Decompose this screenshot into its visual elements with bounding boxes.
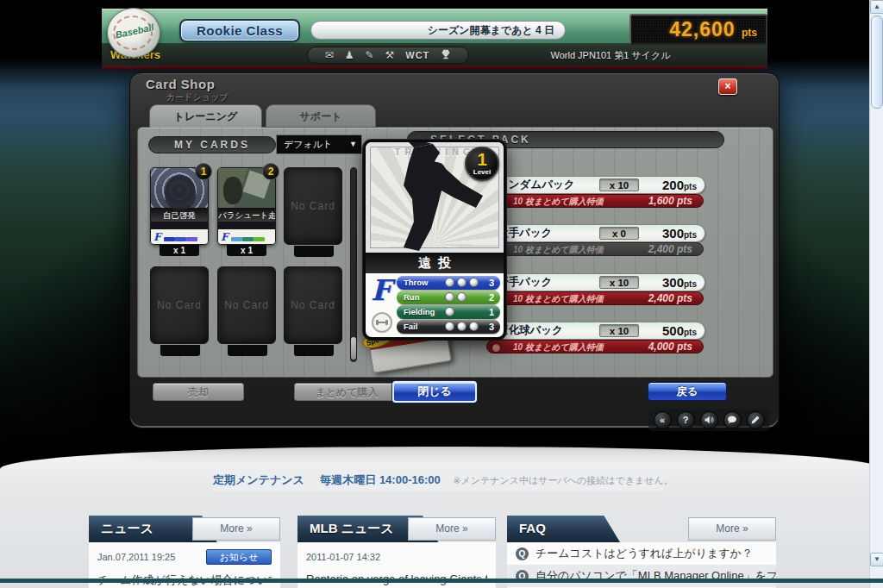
stat-label: Fielding bbox=[404, 305, 435, 319]
card-count bbox=[160, 345, 200, 356]
stat-balls bbox=[445, 307, 454, 316]
stat-balls bbox=[445, 322, 479, 331]
pack-row-random[interactable]: ランダムパック x 10 200pts bbox=[485, 176, 705, 194]
trophy-icon[interactable] bbox=[441, 49, 451, 61]
stat-segments bbox=[164, 229, 197, 245]
scrollbar-thumb[interactable] bbox=[871, 16, 883, 109]
bulk-label: 10 枚まとめて購入特価 bbox=[513, 341, 604, 353]
pack-row-pitcher[interactable]: 投手パック x 0 300pts bbox=[485, 224, 705, 242]
cards-scrollbar[interactable] bbox=[350, 167, 357, 362]
cards-scrollbar-thumb[interactable] bbox=[351, 337, 356, 360]
screen: Baseball Rookie Class シーズン開幕まであと 4 日 42,… bbox=[0, 0, 883, 588]
pen-icon[interactable] bbox=[747, 411, 765, 429]
level-caption: Level bbox=[467, 169, 498, 176]
card-count: x 1 bbox=[227, 245, 266, 256]
popup-card-art: TRAINING 1 Level bbox=[366, 142, 504, 253]
pack-price: 500pts bbox=[662, 322, 697, 341]
bulk-offer-breaking-ball[interactable]: 10 枚まとめて購入特価 4,000 pts bbox=[486, 340, 704, 353]
season-countdown: シーズン開幕まであと 4 日 bbox=[310, 21, 566, 40]
auction-icon[interactable]: ⚒ bbox=[385, 50, 395, 60]
no-card-label: No Card bbox=[291, 200, 335, 212]
card-stat-strip: F bbox=[218, 229, 275, 244]
points-value: 42,600 bbox=[669, 18, 735, 41]
stat-value: 1 bbox=[489, 305, 494, 319]
maintenance-notice: 定期メンテナンス 毎週木曜日 14:00-16:00 ※メンテナンス中はサーバへ… bbox=[213, 468, 663, 491]
faq-more-button[interactable]: More » bbox=[688, 517, 776, 541]
position-letter: F bbox=[221, 231, 229, 243]
bulk-offer-random[interactable]: 10 枚まとめて購入特価 1,600 pts bbox=[486, 194, 704, 208]
wct-icon[interactable]: WCT bbox=[405, 50, 429, 60]
help-icon[interactable]: ? bbox=[677, 411, 695, 429]
faq-column: FAQ More » Q チームコストはどうすれば上がりますか？ Q 自分のパソ… bbox=[507, 516, 776, 588]
bulk-offer-fielder[interactable]: 10 枚まとめて購入特価 2,400 pts bbox=[486, 291, 704, 305]
tab-training[interactable]: トレーニング bbox=[149, 104, 262, 128]
points-display: 42,600 pts bbox=[629, 14, 767, 45]
stat-value: 3 bbox=[489, 320, 494, 334]
faq-item[interactable]: Q チームコストはどうすれば上がりますか？ bbox=[507, 542, 776, 565]
team-logo: Baseball bbox=[107, 8, 160, 58]
pack-name: ランダムパック bbox=[498, 177, 575, 193]
empty-card-slot: No Card bbox=[284, 266, 342, 344]
owned-card-jikokeihatsu[interactable]: 自己啓発 F 1 x 1 bbox=[150, 167, 209, 245]
portal-page: 定期メンテナンス 毎週木曜日 14:00-16:00 ※メンテナンス中はサーバへ… bbox=[0, 447, 883, 588]
stat-value: 2 bbox=[489, 291, 494, 304]
back-button[interactable]: 戻る bbox=[648, 382, 727, 401]
pack-row-breaking-ball[interactable]: 変化球パック x 10 500pts bbox=[485, 322, 705, 340]
tab-support[interactable]: サポート bbox=[266, 104, 376, 128]
browser-scrollbar[interactable]: ▲ ▼ bbox=[869, 0, 883, 588]
bulk-price: 1,600 pts bbox=[648, 195, 692, 208]
maintenance-note: ※メンテナンス中はサーバへの接続はできません。 bbox=[453, 475, 673, 485]
deck-filter-dropdown[interactable]: デフォルト ▼ bbox=[276, 134, 362, 154]
price-unit: pts bbox=[684, 328, 697, 337]
pack-row-fielder[interactable]: 野手パック x 10 300pts bbox=[485, 273, 705, 291]
price-unit: pts bbox=[684, 182, 697, 191]
chat-icon[interactable] bbox=[723, 411, 742, 429]
sound-icon[interactable] bbox=[700, 411, 718, 429]
news-header: ニュース More » bbox=[89, 516, 280, 542]
stat-row-fielding: Fielding 1 bbox=[397, 305, 500, 319]
stat-label: Fail bbox=[404, 320, 417, 334]
points-unit: pts bbox=[742, 27, 757, 39]
pack-price: 300pts bbox=[662, 274, 697, 293]
empty-card-slot: No Card bbox=[284, 167, 342, 245]
position-letter: F bbox=[371, 273, 391, 307]
empty-card-slot: No Card bbox=[217, 266, 276, 344]
owned-card-parachute[interactable]: パラシュート走 F 2 x 1 bbox=[217, 167, 276, 245]
no-card-label: No Card bbox=[157, 299, 202, 311]
stat-balls bbox=[445, 278, 479, 287]
scroll-up-icon[interactable]: ▲ bbox=[870, 0, 883, 14]
bulk-price: 2,400 pts bbox=[648, 243, 692, 256]
price-number: 300 bbox=[662, 275, 684, 290]
close-icon[interactable]: × bbox=[718, 78, 737, 95]
bulk-label: 10 枚まとめて購入特価 bbox=[513, 243, 604, 256]
mlb-news-header: MLB ニュース More » bbox=[297, 516, 496, 542]
level-badge: 1 bbox=[195, 163, 212, 180]
page-bottom-divider bbox=[0, 579, 883, 583]
card-count bbox=[294, 246, 334, 257]
scroll-down-icon[interactable]: ▼ bbox=[870, 553, 883, 566]
bulk-price: 2,400 pts bbox=[648, 292, 692, 305]
close-button[interactable]: 閉じる bbox=[392, 381, 477, 403]
bulk-buy-button: まとめて購入 bbox=[294, 383, 399, 401]
mail-icon[interactable]: ✉ bbox=[325, 50, 334, 60]
bulk-label: 10 枚まとめて購入特価 bbox=[513, 195, 604, 208]
friends-icon[interactable]: ♟ bbox=[345, 50, 354, 60]
collapse-icon[interactable]: « bbox=[654, 411, 672, 429]
mlb-news-title: MLB ニュース bbox=[310, 521, 394, 537]
top-bar: Baseball Rookie Class シーズン開幕まであと 4 日 42,… bbox=[102, 9, 767, 45]
edit-icon[interactable]: ✎ bbox=[365, 50, 373, 60]
faq-text: チームコストはどうすれば上がりますか？ bbox=[535, 546, 753, 561]
mlb-news-more-button[interactable]: More » bbox=[408, 517, 496, 541]
news-more-button[interactable]: More » bbox=[192, 517, 280, 541]
dialog-subtitle: カードショップ bbox=[166, 91, 228, 103]
question-icon: Q bbox=[516, 547, 529, 560]
popup-card-name: 遠投 bbox=[366, 253, 504, 273]
deck-filter-value: デフォルト bbox=[284, 139, 332, 149]
position-letter: F bbox=[153, 231, 161, 243]
faq-item[interactable]: Q 自分のパソコンで「MLB Manager Online」をプレイする bbox=[507, 565, 776, 587]
dumbbell-icon bbox=[372, 312, 392, 333]
empty-card-slot: No Card bbox=[150, 266, 209, 344]
mlb-news-column: MLB ニュース More » 2011-01-07 14:32 Renteri… bbox=[297, 516, 496, 588]
my-cards-header: MY CARDS bbox=[148, 136, 276, 153]
faq-header: FAQ More » bbox=[507, 516, 776, 542]
